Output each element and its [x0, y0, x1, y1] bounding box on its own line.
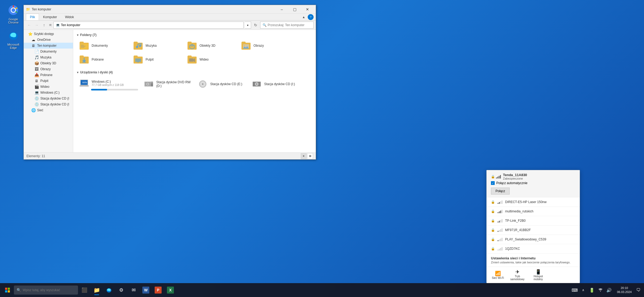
taskbar-ppt-button[interactable]: P [152, 284, 164, 296]
sidebar-item-windows-c[interactable]: 💻 Windows (C:) [24, 90, 73, 96]
notification-button[interactable]: 🗨 [634, 284, 642, 296]
sidebar-item-onedrive[interactable]: ☁ OneDrive [24, 37, 73, 43]
bar2-4 [499, 230, 500, 232]
folder-dokumenty[interactable]: Dokumenty [76, 39, 130, 52]
tray-keyboard-icon[interactable]: ⌨ [571, 286, 579, 294]
folder-wideo[interactable]: Wideo [184, 53, 238, 66]
folders-section-header[interactable]: ▼ Foldery (7) [76, 33, 313, 37]
devices-chevron: ▼ [76, 71, 79, 74]
cd2-icon: 💿 [34, 102, 39, 106]
task-view-button[interactable]: ⬛ [79, 284, 90, 296]
address-field[interactable]: 💻 Ten komputer [53, 22, 244, 29]
sidebar-item-pulpit[interactable]: 🖥 Pulpit [24, 78, 73, 84]
sidebar-item-muzyka[interactable]: 🎵 Muzyka [24, 54, 73, 60]
wifi-settings[interactable]: Ustawienia sieci i Internetu Zmień ustaw… [487, 254, 580, 267]
folder-pobrane[interactable]: Pobrane [76, 53, 130, 66]
taskbar-mail-button[interactable]: ✉ [128, 284, 139, 296]
sidebar-item-wideo[interactable]: 🎬 Wideo [24, 84, 73, 90]
maximize-button[interactable]: ▢ [288, 6, 301, 13]
taskbar-search-input[interactable] [23, 288, 75, 292]
address-bar: ← → ↑ 🛠 💻 Ten komputer ▾ ↻ 🔍 [24, 21, 316, 30]
address-chevron[interactable]: ▾ [245, 22, 251, 29]
taskbar-edge-button[interactable] [103, 284, 115, 296]
search-input[interactable] [268, 23, 311, 27]
folder-obiekty3d[interactable]: Obiekty 3D [184, 39, 238, 52]
network-name-2: multimedia_rutskich [505, 209, 533, 213]
clock-area[interactable]: 20:10 06.03.2024 [615, 286, 634, 294]
network-tplink[interactable]: 🔒 TP-Link_F2B0 [487, 216, 580, 225]
active-network-header: 🔒 Tenda_11A830 Zabezpieczone [491, 173, 575, 180]
ribbon-collapse-button[interactable]: ▲ [301, 14, 307, 20]
folder-obrazy[interactable]: Obrazy [238, 39, 292, 52]
drive-cd-i[interactable]: Stacja dysków CD (I:) [249, 76, 302, 92]
cd-i-icon [251, 79, 262, 89]
refresh-button[interactable]: ↻ [252, 22, 259, 29]
folder-pulpit[interactable]: Pulpit [130, 53, 184, 66]
tray-network-icon[interactable] [597, 286, 604, 294]
muzyka-folder-icon [133, 40, 143, 51]
tab-widok[interactable]: Widok [61, 14, 78, 20]
tray-expand-button[interactable]: ∧ [580, 286, 587, 294]
images-icon: 🖼 [34, 67, 39, 71]
bar3-3 [500, 220, 501, 223]
edge-label: Microsoft Edge [4, 43, 23, 49]
sidebar-item-cd1[interactable]: 💿 Stacja dysków CD (I [24, 96, 73, 101]
download-icon: 📥 [34, 73, 39, 77]
network-direct-hp[interactable]: 🔒 DIRECT-E5-HP Laser 150nw [487, 197, 580, 207]
back-button[interactable]: ← [26, 22, 32, 28]
network-play[interactable]: 🔒 PLAY_Swiatłowodowy_C539 [487, 235, 580, 244]
help-button[interactable]: ? [308, 14, 314, 20]
folders-section-title: Foldery (7) [80, 33, 96, 37]
sidebar: ⭐ Szybki dostęp ☁ OneDrive 🖥 Ten kompute… [24, 30, 73, 152]
tiles-view-button[interactable]: ⊞ [307, 153, 313, 159]
devices-section-title: Urządzenia i dyski (4) [80, 70, 113, 74]
tab-plik[interactable]: Plik [26, 14, 39, 20]
taskbar-settings-button[interactable]: ⚙ [115, 284, 127, 296]
drive-dvd-d[interactable]: DVD Stacja dysków DVD RW (D:) [141, 76, 194, 92]
wifi-settings-title: Ustawienia sieci i Internetu [491, 256, 575, 260]
folder-muzyka[interactable]: Muzyka [130, 39, 184, 52]
network-multimedia[interactable]: 🔒 multimedia_rutskich [487, 207, 580, 216]
sidebar-label-pobrane: Pobrane [40, 73, 52, 77]
taskbar-search[interactable]: 🔍 [14, 286, 78, 295]
details-view-button[interactable]: ≡ [301, 153, 307, 159]
taskbar-explorer-button[interactable]: 📁 [91, 284, 103, 296]
pulpit-folder-icon [133, 54, 143, 65]
cd-e-name: Stacja dysków CD (E:) [210, 82, 242, 86]
network-1qzd7kc[interactable]: 🔒 1QZD7KC [487, 244, 580, 254]
drive-windows-c[interactable]: WIN Windows (C:) 77,7 GB wolnych z 118 G… [76, 76, 140, 92]
taskbar-excel-button[interactable]: X [165, 284, 176, 296]
taskbar-word-button[interactable]: W [140, 284, 152, 296]
sidebar-item-szybki-dostep[interactable]: ⭐ Szybki dostęp [24, 31, 73, 37]
minimize-button[interactable]: – [276, 6, 288, 13]
active-network-status: Zabezpieczone [503, 177, 527, 180]
auto-connect-checkbox[interactable]: ✓ [491, 181, 495, 185]
sidebar-item-obiekty3d[interactable]: 📦 Obiekty 3D [24, 60, 73, 66]
hotspot-btn[interactable]: 📱 Hotspot mobilny [529, 269, 548, 281]
tab-komputer[interactable]: Komputer [39, 14, 61, 20]
network-mf971r[interactable]: 🔒 MF971R_41BB2F [487, 225, 580, 235]
airplane-mode-btn[interactable]: ✈ Tryb samolotowy [508, 269, 527, 281]
wifi-toggle-btn[interactable]: 📶 Sieć Wi-Fi [490, 271, 506, 279]
sidebar-item-ten-komputer[interactable]: 🖥 Ten komputer [24, 43, 73, 49]
taskbar: 🔍 ⬛ 📁 ⚙ ✉ W P X [0, 283, 644, 297]
sidebar-item-pobrane[interactable]: 📥 Pobrane [24, 72, 73, 78]
devices-section-header[interactable]: ▼ Urządzenia i dyski (4) [76, 70, 313, 74]
sidebar-item-cd2[interactable]: 💿 Stacja dysków CD (I [24, 101, 73, 107]
sidebar-item-obrazy[interactable]: 🖼 Obrazy [24, 66, 73, 72]
desktop-icon-edge[interactable]: Microsoft Edge [3, 28, 24, 50]
start-button[interactable] [2, 284, 13, 296]
close-button[interactable]: ✕ [301, 6, 314, 13]
tray-volume-icon[interactable]: 🔊 [605, 286, 613, 294]
search-box[interactable]: 🔍 [260, 22, 314, 29]
active-network[interactable]: 🔒 Tenda_11A830 Zabezpieczone ✓ Połącz au… [487, 170, 580, 197]
sidebar-item-dokumenty[interactable]: 📄 Dokumenty [24, 49, 73, 54]
forward-button[interactable]: → [33, 22, 40, 28]
desktop-icon-chrome[interactable]: Google Chrome [3, 3, 24, 25]
up-button[interactable]: ↑ [41, 22, 47, 28]
drive-cd-e[interactable]: Stacja dysków CD (E:) [195, 76, 248, 92]
tray-battery-icon[interactable]: 🔋 [588, 286, 596, 294]
sidebar-item-siec[interactable]: 🌐 Sieć [24, 107, 73, 113]
connect-button[interactable]: Połącz [491, 188, 510, 195]
network-name-5: PLAY_Swiatłowodowy_C539 [505, 237, 546, 241]
